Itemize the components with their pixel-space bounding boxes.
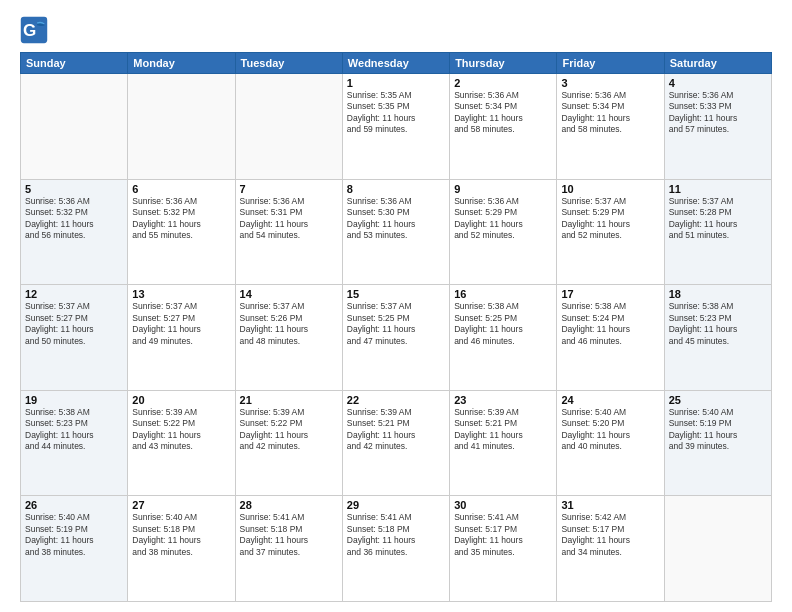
day-info: Sunrise: 5:38 AM Sunset: 5:23 PM Dayligh…: [25, 407, 123, 453]
calendar-cell: [664, 496, 771, 602]
day-info: Sunrise: 5:40 AM Sunset: 5:19 PM Dayligh…: [669, 407, 767, 453]
day-info: Sunrise: 5:40 AM Sunset: 5:18 PM Dayligh…: [132, 512, 230, 558]
weekday-header-friday: Friday: [557, 53, 664, 74]
calendar-cell: 1Sunrise: 5:35 AM Sunset: 5:35 PM Daylig…: [342, 74, 449, 180]
weekday-header-tuesday: Tuesday: [235, 53, 342, 74]
day-number: 12: [25, 288, 123, 300]
day-info: Sunrise: 5:37 AM Sunset: 5:26 PM Dayligh…: [240, 301, 338, 347]
calendar-cell: 29Sunrise: 5:41 AM Sunset: 5:18 PM Dayli…: [342, 496, 449, 602]
day-number: 1: [347, 77, 445, 89]
day-number: 5: [25, 183, 123, 195]
day-number: 2: [454, 77, 552, 89]
calendar-cell: [21, 74, 128, 180]
day-info: Sunrise: 5:37 AM Sunset: 5:25 PM Dayligh…: [347, 301, 445, 347]
day-info: Sunrise: 5:39 AM Sunset: 5:21 PM Dayligh…: [454, 407, 552, 453]
day-info: Sunrise: 5:39 AM Sunset: 5:21 PM Dayligh…: [347, 407, 445, 453]
calendar-cell: 22Sunrise: 5:39 AM Sunset: 5:21 PM Dayli…: [342, 390, 449, 496]
calendar-cell: 5Sunrise: 5:36 AM Sunset: 5:32 PM Daylig…: [21, 179, 128, 285]
calendar-cell: 9Sunrise: 5:36 AM Sunset: 5:29 PM Daylig…: [450, 179, 557, 285]
calendar-cell: 13Sunrise: 5:37 AM Sunset: 5:27 PM Dayli…: [128, 285, 235, 391]
day-number: 19: [25, 394, 123, 406]
day-info: Sunrise: 5:36 AM Sunset: 5:30 PM Dayligh…: [347, 196, 445, 242]
weekday-header-row: SundayMondayTuesdayWednesdayThursdayFrid…: [21, 53, 772, 74]
calendar-cell: 28Sunrise: 5:41 AM Sunset: 5:18 PM Dayli…: [235, 496, 342, 602]
week-row-4: 19Sunrise: 5:38 AM Sunset: 5:23 PM Dayli…: [21, 390, 772, 496]
calendar-cell: 31Sunrise: 5:42 AM Sunset: 5:17 PM Dayli…: [557, 496, 664, 602]
day-number: 6: [132, 183, 230, 195]
calendar-cell: 25Sunrise: 5:40 AM Sunset: 5:19 PM Dayli…: [664, 390, 771, 496]
calendar-cell: 7Sunrise: 5:36 AM Sunset: 5:31 PM Daylig…: [235, 179, 342, 285]
day-number: 27: [132, 499, 230, 511]
day-info: Sunrise: 5:37 AM Sunset: 5:28 PM Dayligh…: [669, 196, 767, 242]
day-number: 25: [669, 394, 767, 406]
day-number: 24: [561, 394, 659, 406]
calendar-cell: 18Sunrise: 5:38 AM Sunset: 5:23 PM Dayli…: [664, 285, 771, 391]
calendar-cell: 8Sunrise: 5:36 AM Sunset: 5:30 PM Daylig…: [342, 179, 449, 285]
day-number: 15: [347, 288, 445, 300]
day-number: 18: [669, 288, 767, 300]
day-info: Sunrise: 5:37 AM Sunset: 5:29 PM Dayligh…: [561, 196, 659, 242]
header: G: [20, 16, 772, 44]
day-number: 22: [347, 394, 445, 406]
day-number: 4: [669, 77, 767, 89]
calendar-cell: 12Sunrise: 5:37 AM Sunset: 5:27 PM Dayli…: [21, 285, 128, 391]
day-number: 20: [132, 394, 230, 406]
day-info: Sunrise: 5:41 AM Sunset: 5:17 PM Dayligh…: [454, 512, 552, 558]
calendar-cell: 3Sunrise: 5:36 AM Sunset: 5:34 PM Daylig…: [557, 74, 664, 180]
weekday-header-monday: Monday: [128, 53, 235, 74]
calendar-cell: 20Sunrise: 5:39 AM Sunset: 5:22 PM Dayli…: [128, 390, 235, 496]
day-info: Sunrise: 5:35 AM Sunset: 5:35 PM Dayligh…: [347, 90, 445, 136]
day-info: Sunrise: 5:36 AM Sunset: 5:34 PM Dayligh…: [454, 90, 552, 136]
day-number: 3: [561, 77, 659, 89]
calendar-cell: 26Sunrise: 5:40 AM Sunset: 5:19 PM Dayli…: [21, 496, 128, 602]
day-info: Sunrise: 5:42 AM Sunset: 5:17 PM Dayligh…: [561, 512, 659, 558]
day-number: 31: [561, 499, 659, 511]
day-number: 9: [454, 183, 552, 195]
weekday-header-thursday: Thursday: [450, 53, 557, 74]
day-number: 26: [25, 499, 123, 511]
day-info: Sunrise: 5:37 AM Sunset: 5:27 PM Dayligh…: [25, 301, 123, 347]
calendar-cell: 23Sunrise: 5:39 AM Sunset: 5:21 PM Dayli…: [450, 390, 557, 496]
day-info: Sunrise: 5:36 AM Sunset: 5:32 PM Dayligh…: [25, 196, 123, 242]
day-info: Sunrise: 5:38 AM Sunset: 5:24 PM Dayligh…: [561, 301, 659, 347]
page: G SundayMondayTuesdayWednesdayThursdayFr…: [0, 0, 792, 612]
day-info: Sunrise: 5:36 AM Sunset: 5:31 PM Dayligh…: [240, 196, 338, 242]
calendar-cell: 14Sunrise: 5:37 AM Sunset: 5:26 PM Dayli…: [235, 285, 342, 391]
day-info: Sunrise: 5:36 AM Sunset: 5:29 PM Dayligh…: [454, 196, 552, 242]
calendar-cell: 6Sunrise: 5:36 AM Sunset: 5:32 PM Daylig…: [128, 179, 235, 285]
logo-icon: G: [20, 16, 48, 44]
day-number: 29: [347, 499, 445, 511]
calendar-cell: 21Sunrise: 5:39 AM Sunset: 5:22 PM Dayli…: [235, 390, 342, 496]
day-number: 28: [240, 499, 338, 511]
calendar-cell: 11Sunrise: 5:37 AM Sunset: 5:28 PM Dayli…: [664, 179, 771, 285]
calendar-cell: 30Sunrise: 5:41 AM Sunset: 5:17 PM Dayli…: [450, 496, 557, 602]
day-info: Sunrise: 5:39 AM Sunset: 5:22 PM Dayligh…: [240, 407, 338, 453]
day-info: Sunrise: 5:41 AM Sunset: 5:18 PM Dayligh…: [240, 512, 338, 558]
weekday-header-sunday: Sunday: [21, 53, 128, 74]
week-row-1: 1Sunrise: 5:35 AM Sunset: 5:35 PM Daylig…: [21, 74, 772, 180]
calendar-cell: 24Sunrise: 5:40 AM Sunset: 5:20 PM Dayli…: [557, 390, 664, 496]
day-info: Sunrise: 5:36 AM Sunset: 5:32 PM Dayligh…: [132, 196, 230, 242]
day-info: Sunrise: 5:36 AM Sunset: 5:34 PM Dayligh…: [561, 90, 659, 136]
day-info: Sunrise: 5:40 AM Sunset: 5:20 PM Dayligh…: [561, 407, 659, 453]
svg-text:G: G: [23, 21, 36, 40]
calendar-cell: 27Sunrise: 5:40 AM Sunset: 5:18 PM Dayli…: [128, 496, 235, 602]
day-number: 30: [454, 499, 552, 511]
calendar-cell: 15Sunrise: 5:37 AM Sunset: 5:25 PM Dayli…: [342, 285, 449, 391]
day-info: Sunrise: 5:38 AM Sunset: 5:23 PM Dayligh…: [669, 301, 767, 347]
day-info: Sunrise: 5:38 AM Sunset: 5:25 PM Dayligh…: [454, 301, 552, 347]
calendar-cell: [128, 74, 235, 180]
week-row-2: 5Sunrise: 5:36 AM Sunset: 5:32 PM Daylig…: [21, 179, 772, 285]
day-number: 10: [561, 183, 659, 195]
day-info: Sunrise: 5:37 AM Sunset: 5:27 PM Dayligh…: [132, 301, 230, 347]
calendar-cell: 17Sunrise: 5:38 AM Sunset: 5:24 PM Dayli…: [557, 285, 664, 391]
weekday-header-wednesday: Wednesday: [342, 53, 449, 74]
logo: G: [20, 16, 52, 44]
day-number: 8: [347, 183, 445, 195]
day-number: 16: [454, 288, 552, 300]
week-row-3: 12Sunrise: 5:37 AM Sunset: 5:27 PM Dayli…: [21, 285, 772, 391]
weekday-header-saturday: Saturday: [664, 53, 771, 74]
day-info: Sunrise: 5:41 AM Sunset: 5:18 PM Dayligh…: [347, 512, 445, 558]
day-number: 23: [454, 394, 552, 406]
calendar-cell: 10Sunrise: 5:37 AM Sunset: 5:29 PM Dayli…: [557, 179, 664, 285]
